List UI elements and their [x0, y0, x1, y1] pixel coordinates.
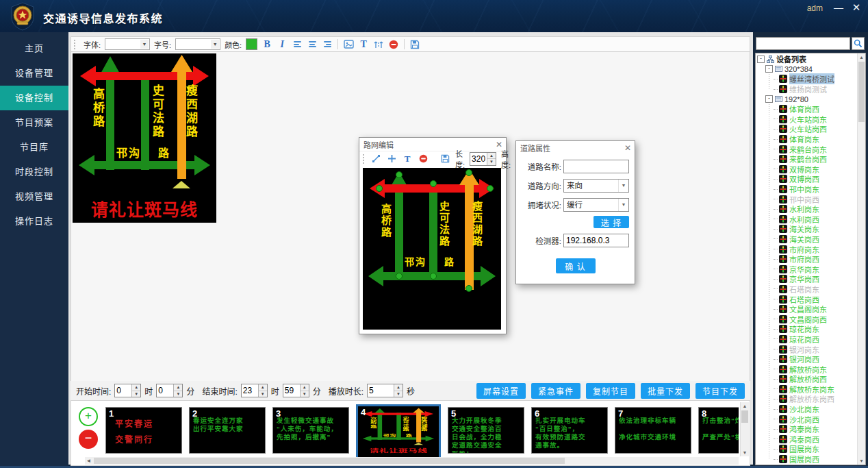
- scroll-down-arrow[interactable]: ▼: [741, 449, 749, 456]
- action-button[interactable]: 批量下发: [641, 383, 690, 399]
- length-spinner[interactable]: ▲▼: [470, 152, 496, 166]
- sidebar-item[interactable]: 视频管理: [0, 184, 68, 209]
- device-item[interactable]: 京华岗西: [757, 274, 857, 284]
- color-swatch[interactable]: [246, 38, 257, 50]
- road-name-input[interactable]: [563, 160, 629, 173]
- spin-up[interactable]: ▲: [301, 384, 309, 391]
- strip-vertical-scrollbar[interactable]: ▲ ▼: [740, 402, 749, 456]
- device-item[interactable]: 双博岗西: [757, 174, 857, 184]
- dialog-close-icon[interactable]: ✕: [621, 143, 635, 153]
- italic-button[interactable]: I: [277, 38, 288, 50]
- text-tool-button[interactable]: T: [402, 153, 413, 164]
- spin-up[interactable]: ▲: [174, 384, 182, 391]
- align-left-button[interactable]: [292, 38, 303, 50]
- minimize-button[interactable]: —: [831, 1, 846, 14]
- program-thumbnail[interactable]: 4 高桥路 史可法路 瘦西湖路 邗沟 路 请礼让斑马线: [356, 404, 441, 459]
- roadnet-tool-icon[interactable]: [373, 38, 384, 50]
- scrollbar-thumb[interactable]: [858, 62, 865, 122]
- start-hour-spinner[interactable]: ▲▼: [114, 384, 141, 397]
- draw-line-icon[interactable]: [370, 153, 381, 164]
- detector-input[interactable]: [563, 234, 629, 247]
- scrollbar-thumb[interactable]: [94, 458, 565, 464]
- device-item[interactable]: 国展岗东: [757, 444, 857, 454]
- end-hour-input[interactable]: [242, 384, 258, 397]
- start-minute-input[interactable]: [157, 384, 173, 397]
- end-minute-input[interactable]: [283, 384, 300, 397]
- spin-down[interactable]: ▼: [132, 391, 140, 397]
- scroll-left-arrow[interactable]: ◄: [85, 457, 92, 465]
- sidebar-item[interactable]: 主页: [0, 36, 68, 61]
- device-item[interactable]: 石塔岗东: [757, 284, 857, 295]
- device-item[interactable]: 石塔岗西: [757, 294, 857, 304]
- program-thumbnail[interactable]: 8打击整治“炸街严查严处“机动: [698, 407, 739, 454]
- device-item[interactable]: 鸿泰岗西: [757, 434, 857, 445]
- action-button[interactable]: 屏幕设置: [476, 383, 526, 399]
- start-minute-spinner[interactable]: ▲▼: [156, 384, 183, 397]
- device-item[interactable]: 银河岗东: [757, 344, 857, 354]
- device-item[interactable]: 鸿泰岗东: [757, 424, 857, 434]
- duration-input[interactable]: [368, 384, 394, 397]
- device-item[interactable]: 文昌阁岗东: [757, 304, 857, 315]
- action-button[interactable]: 紧急事件: [531, 383, 580, 399]
- spin-down[interactable]: ▼: [174, 391, 182, 397]
- device-item[interactable]: 解放桥岗西: [757, 374, 857, 384]
- font-size-select[interactable]: ▼: [175, 38, 220, 50]
- program-thumbnail[interactable]: 7依法治理非标车辆净化城市交通环境: [615, 407, 691, 454]
- save-icon[interactable]: [409, 38, 420, 50]
- spin-up[interactable]: ▲: [487, 153, 496, 160]
- device-item[interactable]: 沙北岗西: [757, 414, 857, 424]
- end-hour-spinner[interactable]: ▲▼: [241, 384, 268, 397]
- confirm-button[interactable]: 确 认: [556, 258, 596, 273]
- sidebar-item[interactable]: 节目预案: [0, 110, 68, 135]
- align-right-button[interactable]: [322, 38, 333, 50]
- program-thumbnail[interactable]: 2春运安全连万家出行平安靠大家: [189, 407, 266, 454]
- font-select[interactable]: ▼: [105, 38, 150, 50]
- device-item[interactable]: 海关岗西: [757, 234, 857, 245]
- strip-horizontal-scrollbar[interactable]: ◄: [85, 457, 739, 465]
- start-hour-input[interactable]: [115, 384, 131, 397]
- add-program-button[interactable]: +: [79, 407, 98, 426]
- device-item[interactable]: 琼花岗东: [757, 324, 857, 334]
- device-item[interactable]: 市府岗东: [757, 244, 857, 254]
- device-search-input[interactable]: [756, 37, 850, 50]
- image-icon[interactable]: [343, 38, 354, 50]
- bold-button[interactable]: B: [261, 38, 272, 50]
- dialog-titlebar[interactable]: 道路属性 ✕: [516, 141, 635, 154]
- device-item[interactable]: 火车站岗东: [757, 114, 857, 125]
- spin-up[interactable]: ▲: [132, 384, 140, 391]
- scroll-up-arrow[interactable]: ▲: [858, 53, 865, 61]
- crossing-tool-icon[interactable]: [386, 153, 397, 164]
- sidebar-item[interactable]: 设备管理: [0, 61, 68, 86]
- delete-icon[interactable]: [388, 38, 399, 50]
- direction-select[interactable]: 来向▼: [563, 179, 629, 193]
- device-item[interactable]: 银河岗西: [757, 354, 857, 365]
- scroll-down-arrow[interactable]: ▼: [858, 457, 865, 465]
- device-item[interactable]: 文昌阁岗西: [757, 314, 857, 324]
- remove-program-button[interactable]: −: [79, 430, 98, 449]
- text-tool-button[interactable]: T: [358, 38, 369, 50]
- device-tree-root[interactable]: -设备列表: [757, 54, 857, 64]
- close-button[interactable]: ✕: [849, 1, 864, 14]
- device-item[interactable]: 维扬岗测试: [757, 84, 857, 95]
- device-item[interactable]: 京华岗东: [757, 264, 857, 274]
- device-group[interactable]: -320*384: [757, 64, 857, 75]
- device-item[interactable]: 水利岗西: [757, 214, 857, 225]
- spin-down[interactable]: ▼: [487, 159, 496, 165]
- device-item[interactable]: 解放桥东岗西: [757, 394, 857, 404]
- program-thumbnail[interactable]: 3发生轻微交通事故“人未伤，车能动，先拍照，后撤离”: [272, 407, 349, 454]
- collapse-toggle[interactable]: -: [757, 56, 765, 63]
- led-display-preview[interactable]: 高桥路 史可法路 瘦西湖路 邗沟 路 请礼让斑马线: [359, 408, 437, 454]
- device-item[interactable]: 解放桥东岗东: [757, 384, 857, 395]
- sidebar-item[interactable]: 节目库: [0, 135, 68, 160]
- length-input[interactable]: [470, 153, 487, 165]
- led-display-preview[interactable]: 高桥路 史可法路 瘦西湖路 邗沟 路 请礼让斑马线: [73, 53, 216, 223]
- spin-down[interactable]: ▼: [301, 391, 309, 397]
- spin-up[interactable]: ▲: [259, 384, 267, 391]
- spin-down[interactable]: ▼: [394, 391, 403, 397]
- username[interactable]: adm: [807, 3, 823, 13]
- device-item[interactable]: 体育岗东: [757, 134, 857, 145]
- program-thumbnail[interactable]: 5大力开展秋冬季交通安全整治百日会战，全力稳定道路交通安全形势！: [448, 407, 524, 454]
- device-item[interactable]: 来鹤台岗西: [757, 154, 857, 164]
- device-item[interactable]: 解放桥岗东: [757, 364, 857, 374]
- spin-down[interactable]: ▼: [259, 391, 267, 397]
